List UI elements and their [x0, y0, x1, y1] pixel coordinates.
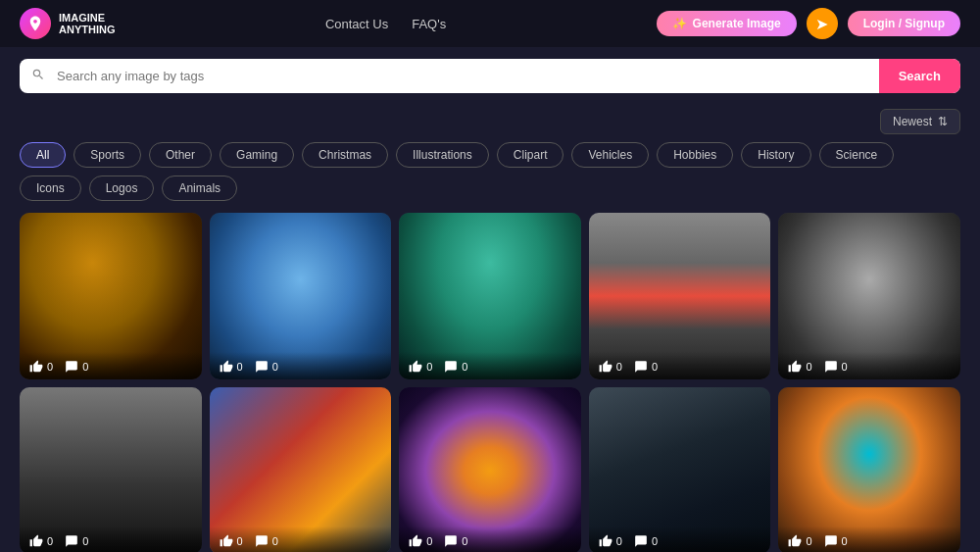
- likes-stat: 0: [599, 534, 622, 548]
- search-input[interactable]: [57, 59, 879, 93]
- image-card-10[interactable]: 0 0: [778, 387, 960, 552]
- image-card-3[interactable]: 0 0: [399, 213, 581, 379]
- filter-tag-clipart[interactable]: Clipart: [497, 142, 564, 168]
- filter-tag-icons[interactable]: Icons: [20, 176, 81, 201]
- image-card-overlay: 0 0: [399, 352, 581, 379]
- likes-stat: 0: [409, 534, 432, 548]
- filter-tag-history[interactable]: History: [741, 142, 810, 168]
- likes-stat: 0: [29, 360, 53, 374]
- likes-stat: 0: [29, 534, 53, 548]
- sort-icon: ⇅: [938, 115, 948, 128]
- image-card-overlay: 0 0: [399, 527, 581, 552]
- comments-stat: 0: [65, 534, 88, 548]
- image-card-5[interactable]: 0 0: [778, 213, 960, 379]
- likes-stat: 0: [788, 360, 811, 374]
- image-card-8[interactable]: 0 0: [399, 387, 581, 552]
- filter-tag-gaming[interactable]: Gaming: [220, 142, 294, 168]
- image-card-4[interactable]: 0 0: [589, 213, 771, 379]
- comments-stat: 0: [634, 360, 658, 374]
- navigation: IMAGINE ANYTHING Contact Us FAQ's ✨ Gene…: [0, 0, 980, 47]
- filter-tag-animals[interactable]: Animals: [162, 176, 237, 201]
- signin-button[interactable]: Login / Signup: [848, 11, 960, 36]
- image-card-overlay: 0 0: [210, 527, 392, 552]
- comments-stat: 0: [824, 360, 848, 374]
- image-grid: 0 0 0 0 0 0 0 0 0 0 0 0 0 0 0 0 0 0 0 0: [0, 213, 980, 552]
- image-card-overlay: 0 0: [20, 352, 202, 379]
- search-icon: [20, 68, 57, 84]
- logo[interactable]: IMAGINE ANYTHING: [20, 8, 115, 39]
- image-card-overlay: 0 0: [589, 527, 771, 552]
- image-card-overlay: 0 0: [20, 527, 202, 552]
- generate-image-button[interactable]: ✨ Generate Image: [657, 11, 797, 36]
- arrow-button[interactable]: ➤: [807, 8, 838, 39]
- sparkle-icon: ✨: [672, 17, 687, 30]
- filter-tag-other[interactable]: Other: [149, 142, 212, 168]
- right-arrow-icon: ➤: [815, 15, 828, 33]
- image-card-overlay: 0 0: [210, 352, 392, 379]
- image-card-2[interactable]: 0 0: [210, 213, 392, 379]
- likes-stat: 0: [409, 360, 432, 374]
- nav-actions: ✨ Generate Image ➤ Login / Signup: [657, 8, 960, 39]
- filter-tag-illustrations[interactable]: Illustrations: [396, 142, 489, 168]
- comments-stat: 0: [255, 360, 278, 374]
- filter-tag-christmas[interactable]: Christmas: [302, 142, 388, 168]
- sort-row: Newest ⇅: [0, 105, 980, 142]
- image-card-overlay: 0 0: [778, 527, 960, 552]
- comments-stat: 0: [255, 534, 278, 548]
- image-card-overlay: 0 0: [778, 352, 960, 379]
- filter-tag-sports[interactable]: Sports: [74, 142, 141, 168]
- logo-text: IMAGINE ANYTHING: [59, 12, 115, 35]
- comments-stat: 0: [824, 534, 848, 548]
- filter-tag-logos[interactable]: Logos: [89, 176, 155, 201]
- image-card-1[interactable]: 0 0: [20, 213, 202, 379]
- logo-icon: [20, 8, 51, 39]
- search-button[interactable]: Search: [879, 59, 960, 93]
- comments-stat: 0: [444, 534, 467, 548]
- filter-tag-all[interactable]: All: [20, 142, 66, 168]
- likes-stat: 0: [788, 534, 811, 548]
- filter-row: AllSportsOtherGamingChristmasIllustratio…: [0, 142, 980, 213]
- nav-links: Contact Us FAQ's: [325, 17, 446, 31]
- comments-stat: 0: [444, 360, 467, 374]
- likes-stat: 0: [220, 360, 243, 374]
- search-inner: Search: [20, 59, 960, 93]
- image-card-6[interactable]: 0 0: [20, 387, 202, 552]
- sort-button[interactable]: Newest ⇅: [880, 109, 960, 134]
- likes-stat: 0: [220, 534, 243, 548]
- filter-tag-hobbies[interactable]: Hobbies: [657, 142, 733, 168]
- search-bar: Search: [0, 47, 980, 105]
- faq-link[interactable]: FAQ's: [412, 17, 446, 31]
- contact-link[interactable]: Contact Us: [325, 17, 388, 31]
- image-card-9[interactable]: 0 0: [589, 387, 771, 552]
- image-card-overlay: 0 0: [589, 352, 771, 379]
- filter-tag-vehicles[interactable]: Vehicles: [571, 142, 649, 168]
- likes-stat: 0: [599, 360, 622, 374]
- image-card-7[interactable]: 0 0: [210, 387, 392, 552]
- comments-stat: 0: [65, 360, 88, 374]
- comments-stat: 0: [634, 534, 658, 548]
- filter-tag-science[interactable]: Science: [819, 142, 895, 168]
